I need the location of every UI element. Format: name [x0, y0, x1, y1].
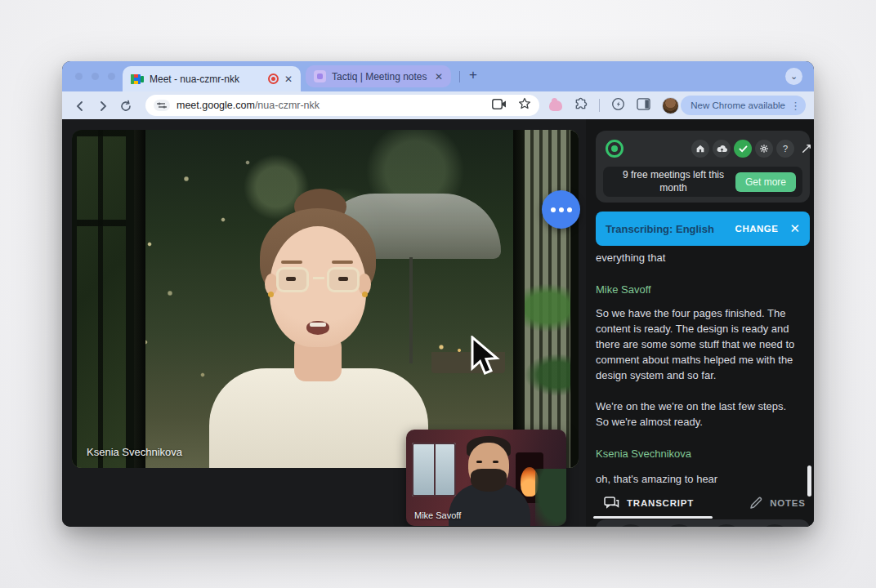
transcript-partial: everything that	[596, 250, 800, 265]
participant-name-label: Ksenia Svechnikova	[87, 446, 182, 458]
tactiq-sidebar: ? 9 free meetings left this month Get mo…	[586, 119, 814, 527]
tab-title: Tactiq | Meeting notes powe	[332, 71, 429, 82]
home-icon[interactable]	[691, 140, 709, 158]
chat-bubble-button[interactable]	[542, 190, 580, 229]
tab-strip: Meet - nua-czmr-nkk ✕ Tactiq | Meeting n…	[62, 61, 814, 91]
transcript-list[interactable]: everything that Mike Savoff So we have t…	[596, 246, 800, 487]
active-tab-underline	[593, 516, 713, 519]
transcribing-status: Transcribing: English	[606, 223, 735, 235]
new-tab-button[interactable]: +	[469, 67, 477, 83]
pip-window	[412, 443, 456, 497]
privacy-check-icon[interactable]	[734, 140, 752, 158]
banner-close-icon[interactable]: ✕	[789, 221, 800, 236]
reload-button[interactable]	[114, 98, 137, 113]
quota-text: 9 free meetings left this month	[603, 169, 735, 194]
extensions-area	[549, 91, 679, 119]
transcribing-banner: Transcribing: English CHANGE ✕	[596, 212, 810, 246]
document-button[interactable]	[663, 524, 695, 528]
pip-name-label: Mike Savoff	[414, 510, 461, 520]
chrome-update-chip[interactable]: New Chrome available ⋮	[681, 96, 806, 115]
profile-avatar[interactable]	[662, 97, 679, 114]
browser-toolbar: meet.google.com/nua-czmr-nkk New Chrome …	[62, 91, 814, 119]
participant-video-main[interactable]: Ksenia Svechnikova	[72, 130, 579, 468]
change-language-button[interactable]: CHANGE	[735, 224, 779, 234]
detach-panel-icon[interactable]	[798, 140, 814, 158]
bookmark-star-icon[interactable]	[518, 97, 531, 114]
screenshot-button[interactable]	[710, 524, 743, 528]
glass-door-left	[72, 130, 134, 468]
tab-close-icon[interactable]: ✕	[435, 72, 443, 82]
meet-page: Ksenia Svechnikova Mike Savoff nua-czmr-…	[62, 119, 814, 527]
tactiq-header-card: ? 9 free meetings left this month Get mo…	[596, 131, 810, 203]
participant-video-pip[interactable]: Mike Savoff	[406, 430, 566, 526]
tab-meet[interactable]: Meet - nua-czmr-nkk ✕	[123, 66, 301, 91]
back-button[interactable]	[69, 98, 92, 113]
transcript-paragraph: oh, that's amazing to hear	[596, 471, 800, 487]
update-chip-label: New Chrome available	[691, 100, 785, 110]
settings-gear-icon[interactable]	[755, 140, 773, 158]
desktop: { "browser": { "tabs": [ { "title": "Mee…	[0, 0, 876, 588]
extension-shield-icon[interactable]	[611, 97, 625, 114]
free-meetings-banner: 9 free meetings left this month Get more	[603, 167, 802, 197]
transcript-speaker: Mike Savoff	[596, 282, 800, 297]
tab-notes[interactable]: NOTES	[749, 497, 806, 510]
site-info-icon[interactable]	[154, 100, 170, 111]
pause-button[interactable]	[758, 524, 791, 528]
window-close-button[interactable]	[75, 73, 83, 80]
extension-icon[interactable]	[549, 100, 562, 111]
share-button[interactable]	[615, 524, 647, 528]
pencil-icon	[749, 497, 762, 510]
tab-transcript[interactable]: TRANSCRIPT	[604, 497, 694, 510]
slat-wall-plants	[525, 130, 579, 468]
extensions-puzzle-icon[interactable]	[574, 97, 588, 114]
tactiq-favicon-icon	[314, 70, 326, 82]
forward-button[interactable]	[92, 98, 114, 113]
tab-close-icon[interactable]: ✕	[284, 74, 293, 84]
transcript-speaker: Ksenia Svechnikova	[596, 446, 800, 461]
window-minimize-button[interactable]	[92, 73, 99, 80]
tactiq-logo-icon	[606, 140, 623, 158]
browser-window: Meet - nua-czmr-nkk ✕ Tactiq | Meeting n…	[62, 61, 814, 527]
side-panel-icon[interactable]	[637, 98, 650, 114]
more-menu-icon[interactable]: ⋮	[790, 100, 801, 111]
url-text: meet.google.com/nua-czmr-nkk	[177, 100, 320, 111]
tab-search-chevron-icon[interactable]: ⌄	[785, 68, 802, 85]
tab-separator	[459, 71, 460, 82]
tab-tactiq[interactable]: Tactiq | Meeting notes powe ✕	[306, 65, 451, 87]
tab-title: Meet - nua-czmr-nkk	[150, 74, 262, 85]
pip-plant	[535, 469, 566, 526]
transcript-paragraph: So we have the four pages finished. The …	[596, 305, 800, 383]
address-bar[interactable]: meet.google.com/nua-czmr-nkk	[145, 95, 539, 116]
mouse-cursor	[469, 336, 503, 381]
recording-indicator-icon	[268, 74, 279, 84]
toolbar-divider	[599, 99, 600, 112]
meet-favicon-icon	[131, 74, 144, 85]
door-frame	[134, 130, 145, 468]
transcript-paragraph: We're on the we're on the last few steps…	[596, 399, 800, 430]
tactiq-actions-bar	[596, 519, 810, 527]
get-more-button[interactable]: Get more	[735, 172, 796, 192]
door-frame-right	[513, 130, 525, 468]
window-zoom-button[interactable]	[108, 73, 115, 80]
cloud-upload-icon[interactable]	[713, 140, 731, 158]
camera-permission-icon[interactable]	[492, 98, 507, 113]
help-icon[interactable]: ?	[776, 140, 794, 158]
chat-bubbles-icon	[604, 497, 619, 510]
tactiq-tab-bar: TRANSCRIPT NOTES	[586, 489, 814, 517]
